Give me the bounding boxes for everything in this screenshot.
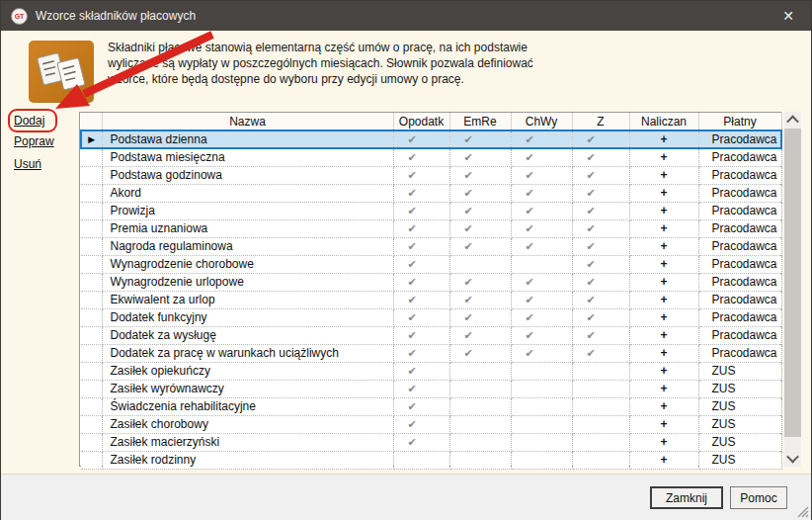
platny-cell: ZUS [698, 380, 781, 397]
row-selector-cell[interactable] [81, 237, 102, 255]
table-row[interactable]: Prowizja✔✔✔✔+Pracodawca [81, 202, 781, 219]
close-icon[interactable]: ✕ [766, 1, 811, 31]
scroll-down-icon[interactable] [784, 450, 801, 467]
app-logo-icon: GT [11, 8, 28, 25]
current-row-marker-icon[interactable]: ▶ [81, 130, 102, 148]
column-header-naliczan[interactable]: Naliczan [629, 113, 698, 130]
checkmark-icon: ✔ [393, 148, 449, 166]
checkmark-icon: ✔ [393, 219, 449, 237]
checkmark-icon: ✔ [393, 202, 449, 219]
table-row[interactable]: Nagroda regulaminowa✔✔✔✔+Pracodawca [81, 237, 781, 255]
row-name-cell: Podstawa miesięczna [102, 148, 393, 166]
row-selector-cell[interactable] [81, 308, 102, 326]
table-row[interactable]: Dodatek funkcyjny✔✔✔✔+Pracodawca [81, 308, 781, 326]
table-row[interactable]: Zasiłek rodzinny+ZUS [81, 451, 781, 469]
checkmark-icon: ✔ [393, 291, 449, 308]
row-selector-cell[interactable] [81, 344, 102, 362]
row-selector-cell[interactable] [81, 166, 102, 184]
table-row[interactable]: Zasiłek chorobowy✔+ZUS [81, 415, 781, 433]
table-row[interactable]: Akord✔✔✔✔+Pracodawca [81, 184, 781, 202]
checkmark-icon: ✔ [572, 308, 629, 326]
checkmark-icon: ✔ [511, 130, 572, 148]
row-selector-cell[interactable] [81, 380, 102, 397]
table-row[interactable]: Podstawa miesięczna✔✔✔✔+Pracodawca [81, 148, 781, 166]
checkmark-icon: ✔ [572, 130, 629, 148]
checkmark-icon: ✔ [393, 326, 449, 344]
table-row[interactable]: Podstawa godzinowa✔✔✔✔+Pracodawca [81, 166, 781, 184]
edit-link[interactable]: Popraw [14, 134, 54, 148]
table-row[interactable]: Ekwiwalent za urlop✔✔✔✔+Pracodawca [81, 291, 781, 308]
table-row[interactable]: ▶Podstawa dzienna✔✔✔✔+Pracodawca [81, 130, 781, 148]
row-name-cell: Akord [102, 184, 393, 202]
empty-check-cell [449, 397, 511, 415]
naliczan-cell: + [629, 451, 698, 469]
checkmark-icon: ✔ [449, 291, 511, 308]
platny-cell: ZUS [698, 433, 781, 451]
vertical-scrollbar[interactable] [784, 112, 801, 467]
payroll-components-table: Nazwa Opodatk EmRe ChWy Z Naliczan Płatn… [79, 112, 781, 467]
checkmark-icon: ✔ [449, 344, 511, 362]
scroll-up-icon[interactable] [784, 112, 801, 129]
naliczan-cell: + [629, 166, 698, 184]
table-row[interactable]: Dodatek za wysługę✔✔✔✔+Pracodawca [81, 326, 781, 344]
close-dialog-button[interactable]: Zamknij [650, 486, 723, 509]
empty-check-cell [449, 255, 511, 273]
row-name-cell: Świadczenia rehabilitacyjne [102, 397, 393, 415]
help-button[interactable]: Pomoc [730, 486, 787, 509]
add-link[interactable]: Dodaj [14, 114, 44, 128]
row-selector-cell[interactable] [81, 397, 102, 415]
row-selector-cell[interactable] [81, 273, 102, 291]
empty-check-cell [449, 380, 511, 397]
platny-cell: Pracodawca [698, 326, 781, 344]
checkmark-icon: ✔ [572, 237, 629, 255]
scrollbar-track[interactable] [784, 129, 801, 450]
row-selector-cell[interactable] [81, 219, 102, 237]
row-selector-cell[interactable] [81, 291, 102, 308]
description-line: wyliczane są wypłaty w poszczególnych mi… [108, 55, 700, 71]
resize-grip[interactable] [796, 505, 809, 518]
checkmark-icon: ✔ [393, 362, 449, 380]
row-selector-cell[interactable] [81, 326, 102, 344]
column-header-nazwa[interactable]: Nazwa [102, 113, 393, 130]
row-name-cell: Zasiłek wyrównawczy [102, 380, 393, 397]
table-row[interactable]: Wynagrodzenie chorobowe✔✔+Pracodawca [81, 255, 781, 273]
row-selector-cell[interactable] [81, 148, 102, 166]
table-row[interactable]: Zasiłek wyrównawczy✔+ZUS [81, 380, 781, 397]
empty-check-cell [449, 362, 511, 380]
row-selector-cell[interactable] [81, 415, 102, 433]
row-selector-cell[interactable] [81, 202, 102, 219]
row-selector-cell[interactable] [81, 362, 102, 380]
checkmark-icon: ✔ [393, 130, 449, 148]
row-selector-cell[interactable] [81, 451, 102, 469]
column-header-chwy[interactable]: ChWy [511, 113, 572, 130]
naliczan-cell: + [629, 148, 698, 166]
checkmark-icon: ✔ [449, 237, 511, 255]
checkmark-icon: ✔ [572, 291, 629, 308]
column-header-z[interactable]: Z [572, 113, 629, 130]
naliczan-cell: + [629, 184, 698, 202]
empty-check-cell [511, 255, 572, 273]
table-row[interactable]: Zasiłek opiekuńczy✔+ZUS [81, 362, 781, 380]
row-name-cell: Ekwiwalent za urlop [102, 291, 393, 308]
column-header-emre[interactable]: EmRe [449, 113, 511, 130]
checkmark-icon: ✔ [572, 344, 629, 362]
row-selector-cell[interactable] [81, 433, 102, 451]
column-header-platny[interactable]: Płatny [698, 113, 781, 130]
row-selector-cell[interactable] [81, 255, 102, 273]
row-name-cell: Prowizja [102, 202, 393, 219]
table-row[interactable]: Świadczenia rehabilitacyjne✔+ZUS [81, 397, 781, 415]
footer-bar: Zamknij Pomoc [1, 474, 811, 520]
row-selector-cell[interactable] [81, 184, 102, 202]
table-row[interactable]: Zasiłek macierzyński✔+ZUS [81, 433, 781, 451]
platny-cell: Pracodawca [698, 344, 781, 362]
checkmark-icon: ✔ [449, 130, 511, 148]
naliczan-cell: + [629, 291, 698, 308]
delete-link[interactable]: Usuń [14, 157, 41, 171]
table-row[interactable]: Wynagrodzenie urlopowe✔✔✔✔+Pracodawca [81, 273, 781, 291]
empty-check-cell [511, 415, 572, 433]
column-header-opodatk[interactable]: Opodatk [393, 113, 449, 130]
row-name-cell: Podstawa dzienna [102, 130, 393, 148]
scrollbar-thumb[interactable] [784, 129, 801, 437]
table-row[interactable]: Dodatek za pracę w warunkach uciążliwych… [81, 344, 781, 362]
table-row[interactable]: Premia uznaniowa✔✔✔✔+Pracodawca [81, 219, 781, 237]
